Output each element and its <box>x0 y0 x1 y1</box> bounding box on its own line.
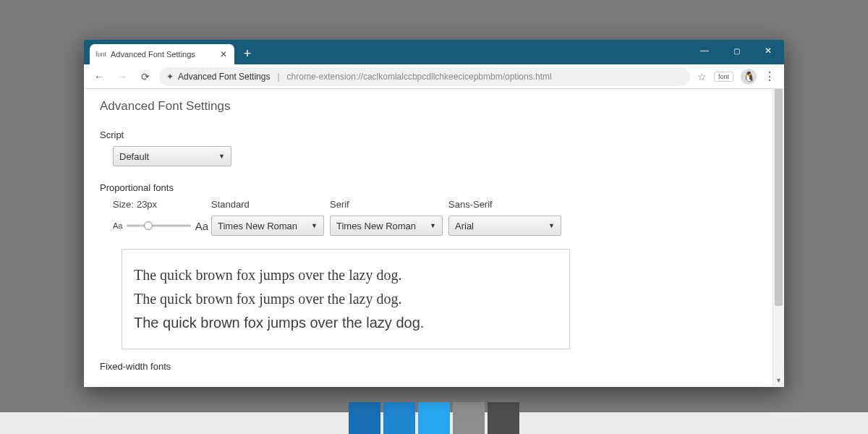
size-slider[interactable] <box>127 219 190 232</box>
chevron-down-icon: ▼ <box>311 222 318 229</box>
preview-sans: The quick brown fox jumps over the lazy … <box>134 315 558 331</box>
tab-close-icon[interactable]: ✕ <box>220 49 227 59</box>
proportional-section-label: Proportional fonts <box>100 182 757 193</box>
browser-toolbar: ← → ⟳ ✦ Advanced Font Settings | chrome-… <box>84 64 784 89</box>
profile-avatar-icon[interactable]: 🐧 <box>741 69 757 85</box>
browser-tab[interactable]: font Advanced Font Settings ✕ <box>90 44 234 64</box>
standard-font-select[interactable]: Times New Roman ▼ <box>211 216 324 236</box>
scroll-down-icon[interactable]: ▼ <box>773 377 784 387</box>
new-tab-button[interactable]: + <box>237 46 258 61</box>
chevron-down-icon: ▼ <box>430 222 436 229</box>
extension-icon: ✦ <box>166 72 174 82</box>
fixed-width-section-label: Fixed-width fonts <box>100 361 757 372</box>
page-content: Advanced Font Settings Script Default ▼ … <box>84 89 773 387</box>
tab-title: Advanced Font Settings <box>111 50 195 59</box>
vertical-scrollbar[interactable]: ▲ ▼ <box>773 89 784 387</box>
script-select[interactable]: Default ▼ <box>113 146 231 166</box>
forward-button[interactable]: → <box>113 67 132 86</box>
toolbar-pill[interactable]: font <box>714 72 733 82</box>
chevron-down-icon: ▼ <box>218 153 225 160</box>
size-label: Size: 23px <box>113 199 208 210</box>
serif-font-select[interactable]: Times New Roman ▼ <box>330 216 443 236</box>
titlebar[interactable]: font Advanced Font Settings ✕ + <box>84 40 784 64</box>
scrollbar-thumb[interactable] <box>775 89 783 306</box>
preview-serif: The quick brown fox jumps over the lazy … <box>134 291 558 307</box>
script-select-value: Default <box>119 151 149 162</box>
reload-button[interactable]: ⟳ <box>136 67 155 86</box>
omnibox[interactable]: ✦ Advanced Font Settings | chrome-extens… <box>159 67 690 86</box>
omnibox-url: chrome-extension://caclkomlalccbpcdllchk… <box>287 72 552 82</box>
omnibox-title: Advanced Font Settings <box>178 72 270 82</box>
taskbar-icons <box>347 399 521 434</box>
window-minimize-button[interactable] <box>689 40 720 61</box>
serif-column-label: Serif <box>330 199 446 210</box>
sans-font-select[interactable]: Arial ▼ <box>448 216 561 236</box>
sans-column-label: Sans-Serif <box>448 199 564 210</box>
font-preview: The quick brown fox jumps over the lazy … <box>122 249 570 349</box>
standard-column-label: Standard <box>211 199 327 210</box>
script-section-label: Script <box>100 129 757 140</box>
slider-thumb[interactable] <box>144 221 153 230</box>
tab-favicon: font <box>95 51 106 58</box>
size-slider-max-label: Aa <box>195 220 208 232</box>
menu-kebab-icon[interactable]: ⋮ <box>764 69 775 83</box>
chevron-down-icon: ▼ <box>548 222 555 229</box>
browser-window: font Advanced Font Settings ✕ + ← → ⟳ ✦ … <box>84 40 784 387</box>
back-button[interactable]: ← <box>90 67 109 86</box>
bookmark-star-icon[interactable]: ☆ <box>697 71 707 82</box>
window-maximize-button[interactable] <box>720 40 752 61</box>
window-close-button[interactable] <box>752 40 784 61</box>
page-title: Advanced Font Settings <box>100 99 757 114</box>
preview-standard: The quick brown fox jumps over the lazy … <box>134 267 558 284</box>
size-slider-min-label: Aa <box>113 221 122 230</box>
